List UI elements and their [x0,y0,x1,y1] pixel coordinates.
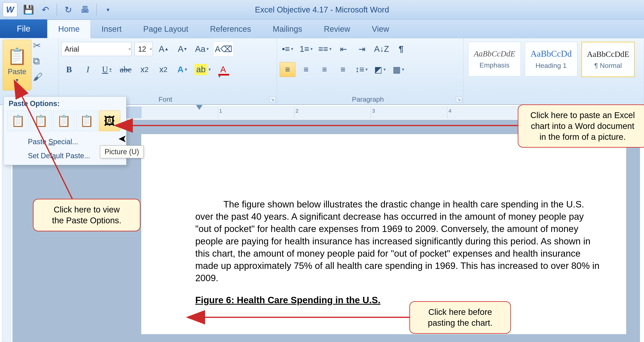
qat-separator-2 [96,4,97,16]
callout-paste-options: Click here to viewthe Paste Options. [33,199,140,231]
paste-option-link-keep-source[interactable]: 📋 [76,111,97,131]
text-effects-button[interactable]: A [174,62,190,77]
callout-before-paste: Click here beforepasting the chart. [410,301,511,334]
tab-page-layout[interactable]: Page Layout [132,20,199,38]
ruler-mark: 1 [219,108,222,114]
paste-button[interactable]: 📋 Paste ▼ [3,40,31,90]
group-paragraph: •≡ 1≡ ≡≡ ⇤ ⇥ A↓Z ¶ ≡ ≡ ≡ ≡ ↕≡ ◩ ▦ Paragr… [277,38,464,104]
style-normal[interactable]: AaBbCcDdE ¶ Normal [582,42,635,77]
tab-review[interactable]: Review [313,20,361,38]
ruler-mark: 2 [296,108,298,114]
style-heading1[interactable]: AaBbCcDd Heading 1 [525,42,577,76]
tab-insert[interactable]: Insert [91,20,132,38]
clear-formatting-button[interactable]: A⌫ [213,42,234,57]
tab-home[interactable]: Home [47,20,91,38]
paste-options-header: Paste Options: [4,99,126,111]
strikethrough-button[interactable]: abc [118,62,134,77]
ruler-mark: 4 [448,108,451,114]
style-emphasis[interactable]: AaBbCcDdE Emphasis [468,42,521,76]
decrease-indent-button[interactable]: ⇤ [336,42,352,57]
style-label: Heading 1 [536,62,566,70]
numbering-button[interactable]: 1≡ [298,42,314,57]
group-styles: AaBbCcDdE Emphasis AaBbCcDd Heading 1 Aa… [464,38,644,104]
mouse-cursor-icon: ➤ [118,133,127,145]
style-sample: AaBbCcDdE [587,49,629,59]
tab-references[interactable]: References [199,20,262,38]
change-case-button[interactable]: Aa [194,42,210,57]
word-app-icon[interactable]: W [3,3,17,17]
paste-option-tooltip: Picture (U) [100,145,144,158]
style-label: Emphasis [480,61,509,69]
paste-option-picture[interactable]: 🖼 [99,111,120,131]
font-dialog-launcher[interactable]: ↘ [270,96,276,102]
title-bar: W 💾 ↶ ↻ 🖶 ▾ Excel Objective 4.17 - Micro… [0,0,644,20]
align-right-button[interactable]: ≡ [317,62,332,77]
clipboard-icon: 📋 [7,47,27,66]
italic-button[interactable]: I [80,62,96,77]
cut-icon[interactable]: ✂ [33,40,42,51]
justify-button[interactable]: ≡ [335,62,351,77]
undo-icon[interactable]: ↶ [40,4,51,15]
callout-picture-paste: Click here to paste an Excelchart into a… [518,104,644,148]
bold-button[interactable]: B [61,62,77,77]
bullets-button[interactable]: •≡ [280,42,296,57]
borders-button[interactable]: ▦ [390,62,406,77]
paste-option-use-destination-styles[interactable]: 📋 [53,111,74,131]
ruler-mark: 3 [372,108,375,114]
tab-mailings[interactable]: Mailings [262,20,313,38]
underline-button[interactable]: U [99,62,114,77]
document-page[interactable]: The figure shown below illustrates the d… [141,134,626,334]
tab-view[interactable]: View [361,20,400,38]
redo-icon[interactable]: ↻ [62,4,74,15]
align-left-button[interactable]: ≡ [280,62,296,77]
font-size-select[interactable]: 12 [135,42,153,56]
highlight-button[interactable]: ab [193,62,212,77]
paste-label: Paste [8,68,26,76]
font-color-button[interactable]: A [215,62,231,77]
style-sample: AaBbCcDd [530,49,572,59]
qat-customize-icon[interactable]: ▾ [102,4,114,15]
first-line-indent-marker[interactable] [196,105,202,110]
show-hide-button[interactable]: ¶ [393,42,409,57]
style-label: ¶ Normal [594,62,622,70]
increase-indent-button[interactable]: ⇥ [354,42,370,57]
format-painter-icon[interactable]: 🖌 [33,71,42,82]
group-font: Arial 12 A▲ A▼ Aa A⌫ B I U abc x2 x2 A a… [58,38,277,104]
align-center-button[interactable]: ≡ [298,62,314,77]
copy-icon[interactable]: ⧉ [33,56,42,67]
ribbon-tabs: File Home Insert Page Layout References … [0,20,644,38]
sort-button[interactable]: A↓Z [373,42,390,57]
multilevel-list-button[interactable]: ≡≡ [317,42,333,57]
figure-label[interactable]: Figure 6: Health Care Spending in the U.… [195,295,602,305]
style-sample: AaBbCcDdE [474,49,515,59]
paste-dropdown-arrow[interactable]: ▼ [15,78,20,83]
shading-button[interactable]: ◩ [372,62,388,77]
tab-file[interactable]: File [0,20,47,38]
qat-separator [56,4,57,16]
document-paragraph[interactable]: The figure shown below illustrates the d… [195,198,602,284]
subscript-button[interactable]: x2 [137,62,152,77]
group-clipboard: 📋 Paste ▼ ✂ ⧉ 🖌 [0,38,58,104]
shrink-font-button[interactable]: A▼ [175,42,190,57]
line-spacing-button[interactable]: ↕≡ [354,62,369,77]
save-icon[interactable]: 💾 [23,4,34,15]
paragraph-dialog-launcher[interactable]: ↘ [456,96,462,102]
quick-print-icon[interactable]: 🖶 [80,4,91,15]
grow-font-button[interactable]: A▲ [156,42,172,57]
superscript-button[interactable]: x2 [156,62,171,77]
font-name-select[interactable]: Arial [61,42,132,56]
ribbon: 📋 Paste ▼ ✂ ⧉ 🖌 Arial 12 A▲ A▼ Aa A⌫ [0,38,644,105]
quick-access-toolbar: W 💾 ↶ ↻ 🖶 ▾ [0,2,114,18]
paragraph-group-label: Paragraph [277,95,459,103]
paste-option-keep-source-formatting[interactable]: 📋 [8,111,29,131]
paste-option-merge-formatting[interactable]: 📋 [30,111,52,131]
